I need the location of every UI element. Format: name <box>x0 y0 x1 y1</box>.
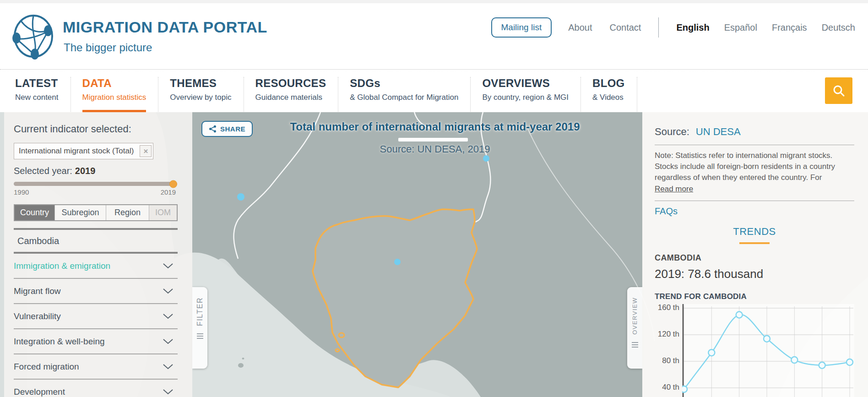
trend-point-1995[interactable] <box>708 349 715 356</box>
trends-tab[interactable]: TRENDS <box>655 226 854 244</box>
site-title[interactable]: MIGRATION DATA PORTAL <box>63 18 267 36</box>
map-loading-bar <box>398 138 468 141</box>
nav-item-data[interactable]: DATA Migration statistics <box>82 77 159 113</box>
portal-logo-globe-icon[interactable] <box>12 13 55 60</box>
indicator-tag-label: International migrant stock (Total) <box>14 143 138 159</box>
trend-point-2000[interactable] <box>736 312 743 318</box>
category-forced-migration[interactable]: Forced migration <box>14 354 178 380</box>
geo-level-tabs: Country Subregion Region IOM <box>14 204 178 221</box>
filter-sidebar: Current indicator selected: Internationa… <box>4 112 192 397</box>
content: Total number of international migrants a… <box>0 112 868 397</box>
nav-item-themes[interactable]: THEMES Overview by topic <box>170 77 244 113</box>
trend-point-2015[interactable] <box>819 362 825 369</box>
map-title: Total number of international migrants a… <box>261 120 609 133</box>
divider <box>14 252 178 254</box>
panel-country-name: CAMBODIA <box>655 253 854 263</box>
chevron-down-icon <box>163 314 173 319</box>
nav-subtitle: & Global Compact for Migration <box>350 93 458 102</box>
language-francais[interactable]: Français <box>772 22 807 33</box>
search-icon <box>832 84 845 97</box>
header-divider <box>658 17 659 38</box>
nav-title: THEMES <box>170 77 231 90</box>
main-nav: LATEST New content DATA Migration statis… <box>0 69 868 112</box>
remove-indicator-icon[interactable]: ✕ <box>140 145 152 157</box>
overview-panel: Source:UN DESA Note: Statistics refer to… <box>642 112 868 397</box>
source-link[interactable]: UN DESA <box>696 126 741 137</box>
search-button[interactable] <box>825 77 852 104</box>
header: MIGRATION DATA PORTAL The bigger picture… <box>0 0 868 69</box>
category-label: Development <box>14 387 65 397</box>
category-immigration-emigration[interactable]: Immigration & emigration <box>14 254 178 279</box>
nav-item-latest[interactable]: LATEST New content <box>15 77 71 113</box>
faqs-link[interactable]: FAQs <box>655 206 854 217</box>
nav-title: BLOG <box>592 77 625 90</box>
category-label: Integration & well-being <box>14 337 105 347</box>
language-deutsch[interactable]: Deutsch <box>822 22 855 33</box>
nav-title: RESOURCES <box>255 77 326 90</box>
contact-link[interactable]: Contact <box>609 22 641 33</box>
y-axis-tick-label: 160 th <box>655 303 679 312</box>
map-dot-thailand[interactable] <box>237 193 244 201</box>
tab-country[interactable]: Country <box>15 205 55 220</box>
nav-title: LATEST <box>15 77 59 90</box>
divider <box>655 145 854 145</box>
tab-subregion[interactable]: Subregion <box>55 205 106 220</box>
nav-item-sdgs[interactable]: SDGs & Global Compact for Migration <box>350 77 471 113</box>
nav-item-overviews[interactable]: OVERVIEWS By country, region & MGI <box>482 77 581 113</box>
nav-subtitle: New content <box>15 93 59 102</box>
top-strip <box>0 0 868 3</box>
year-slider-labels: 1990 2019 <box>14 188 176 196</box>
category-accordion: Immigration & emigration Migrant flow Vu… <box>14 254 178 397</box>
share-button[interactable]: SHARE <box>201 121 253 137</box>
nav-title: DATA <box>82 77 146 90</box>
nav-subtitle: Overview by topic <box>170 93 231 102</box>
selected-year-label: Selected year: <box>14 166 72 176</box>
note-text: Note: Statistics refer to international … <box>655 150 857 183</box>
trend-chart: 160 th120 th80 th40 th <box>655 302 856 397</box>
trend-point-2005[interactable] <box>764 336 770 342</box>
site-tagline: The bigger picture <box>64 41 152 54</box>
chevron-down-icon <box>163 364 173 370</box>
trend-point-2010[interactable] <box>791 357 797 363</box>
nav-title: OVERVIEWS <box>482 77 569 90</box>
trend-point-2019[interactable] <box>846 359 853 365</box>
map-source-caption: Source: UN DESA, 2019 <box>320 143 549 155</box>
trend-chart-heading: TREND FOR CAMBODIA <box>655 292 854 301</box>
language-english[interactable]: English <box>676 22 709 33</box>
map-dot-laos[interactable] <box>483 155 489 162</box>
overview-panel-handle[interactable]: OVERVIEW <box>627 287 642 369</box>
filter-panel-handle[interactable]: FILTER <box>192 287 207 369</box>
category-label: Immigration & emigration <box>14 261 110 271</box>
nav-item-resources[interactable]: RESOURCES Guidance materials <box>255 77 339 113</box>
year-max-label: 2019 <box>161 188 176 196</box>
share-label: SHARE <box>220 125 245 133</box>
category-migrant-flow[interactable]: Migrant flow <box>14 279 178 304</box>
year-slider[interactable] <box>14 182 176 186</box>
read-more-link[interactable]: Read more <box>655 185 693 194</box>
tab-region[interactable]: Region <box>106 205 149 220</box>
y-axis-tick-label: 80 th <box>655 356 679 365</box>
category-integration-well-being[interactable]: Integration & well-being <box>14 329 178 354</box>
category-development[interactable]: Development <box>14 380 178 397</box>
language-espanol[interactable]: Español <box>724 22 757 33</box>
overview-handle-label: OVERVIEW <box>631 297 638 335</box>
country-select[interactable]: Cambodia <box>14 230 178 252</box>
nav-subtitle: Guidance materials <box>255 93 326 102</box>
category-vulnerability[interactable]: Vulnerability <box>14 304 178 329</box>
nav-item-blog[interactable]: BLOG & Videos <box>592 77 637 113</box>
category-label: Forced migration <box>14 362 79 372</box>
about-link[interactable]: About <box>568 22 592 33</box>
drag-grip-icon <box>632 342 638 348</box>
trend-line-chart <box>682 304 854 397</box>
nav-subtitle: By country, region & MGI <box>482 93 569 102</box>
map-dot-cambodia[interactable] <box>394 259 401 265</box>
indicator-heading: Current indicator selected: <box>14 123 182 135</box>
mailing-list-button[interactable]: Mailing list <box>491 17 552 38</box>
source-line: Source:UN DESA <box>655 126 854 138</box>
nav-subtitle: & Videos <box>592 93 625 102</box>
trend-point-1990[interactable] <box>682 386 687 392</box>
selected-year-line: Selected year:2019 <box>14 166 182 176</box>
header-links: Mailing list About Contact English Españ… <box>491 16 856 38</box>
year-slider-handle[interactable] <box>169 180 177 188</box>
drag-grip-icon <box>197 333 203 339</box>
